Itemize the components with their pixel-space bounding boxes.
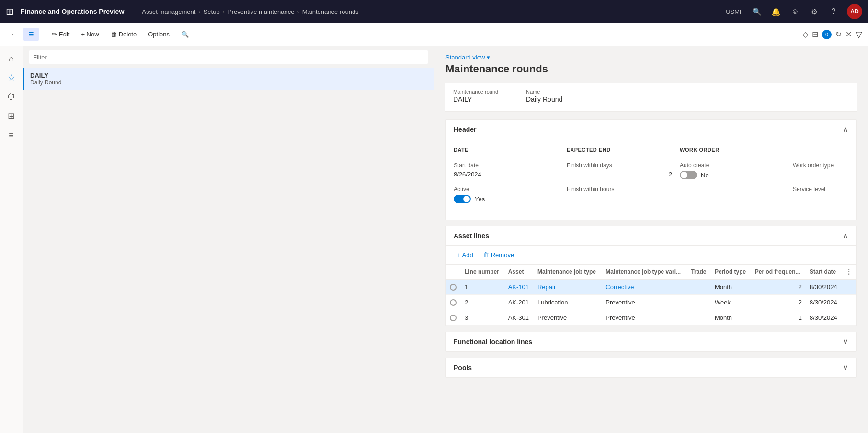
delete-button[interactable]: 🗑 Delete bbox=[106, 28, 142, 41]
recent-icon[interactable]: ⏱ bbox=[3, 88, 20, 105]
col-variation[interactable]: Maintenance job type vari... bbox=[602, 265, 687, 280]
workspace-icon[interactable]: ⊞ bbox=[3, 107, 20, 125]
new-button[interactable]: + New bbox=[76, 28, 103, 41]
toolbar-search-button[interactable]: 🔍 bbox=[176, 28, 194, 41]
toolbar-right: ◇ ⊟ 0 ↻ ✕ ▽ bbox=[802, 29, 862, 40]
row-radio-1[interactable] bbox=[450, 299, 457, 306]
remove-button[interactable]: 🗑 Remove bbox=[480, 249, 517, 260]
diamond-icon[interactable]: ◇ bbox=[802, 30, 808, 39]
work-order-type-label: Work order type bbox=[793, 162, 868, 169]
finish-hours-value[interactable] bbox=[567, 195, 672, 197]
finish-days-value[interactable]: 2 bbox=[567, 171, 672, 180]
row-job-type[interactable]: Repair bbox=[534, 280, 602, 295]
header-section: Header ∧ DATE Start date 8/26/2024 Activ… bbox=[445, 119, 857, 220]
asset-lines-section-header[interactable]: Asset lines ∧ bbox=[446, 226, 856, 246]
collapse-header-icon[interactable]: ∧ bbox=[843, 125, 848, 134]
columns-icon[interactable]: ⊟ bbox=[812, 30, 818, 39]
table-row[interactable]: 2 AK-201 Lubrication Preventive Week 2 8… bbox=[446, 295, 856, 310]
home-icon[interactable]: ⌂ bbox=[3, 50, 20, 67]
breadcrumb-setup[interactable]: Setup bbox=[204, 8, 220, 15]
col-trade[interactable]: Trade bbox=[687, 265, 711, 280]
row-asset[interactable]: AK-301 bbox=[504, 310, 534, 326]
row-radio-2[interactable] bbox=[450, 315, 457, 321]
service-level-value[interactable] bbox=[793, 195, 868, 204]
col-period-type[interactable]: Period type bbox=[711, 265, 751, 280]
maintenance-round-value[interactable]: DAILY bbox=[453, 95, 511, 105]
col-period-freq[interactable]: Period frequen... bbox=[751, 265, 806, 280]
row-line-number: 3 bbox=[461, 310, 504, 326]
table-row[interactable]: 3 AK-301 Preventive Preventive Month 1 8… bbox=[446, 310, 856, 326]
sidebar-icons: ⌂ ☆ ⏱ ⊞ ≡ bbox=[0, 46, 23, 433]
edit-label: Edit bbox=[59, 31, 69, 38]
name-value[interactable]: Daily Round bbox=[526, 95, 583, 105]
row-trade bbox=[687, 295, 711, 310]
modules-icon[interactable]: ≡ bbox=[3, 127, 20, 144]
auto-create-toggle-thumb bbox=[681, 172, 687, 178]
col-job-type[interactable]: Maintenance job type bbox=[534, 265, 602, 280]
pools-section-header[interactable]: Pools ∨ bbox=[446, 358, 856, 377]
asset-table: Line number Asset Maintenance job type M… bbox=[446, 265, 856, 326]
bell-icon[interactable]: 🔔 bbox=[770, 6, 782, 17]
refresh-icon[interactable]: ↻ bbox=[835, 30, 842, 39]
gear-icon[interactable]: ⚙ bbox=[809, 6, 820, 17]
work-order-type-column: Work order type Service level bbox=[793, 147, 868, 212]
new-label: + New bbox=[81, 31, 99, 38]
header-section-header[interactable]: Header ∧ bbox=[446, 120, 856, 139]
table-row[interactable]: 1 AK-101 Repair Corrective Month 2 8/30/… bbox=[446, 280, 856, 295]
row-radio-0[interactable] bbox=[450, 284, 457, 291]
add-icon: + bbox=[457, 251, 460, 258]
row-variation[interactable]: Corrective bbox=[602, 280, 687, 295]
collapse-asset-lines-icon[interactable]: ∧ bbox=[843, 231, 848, 240]
auto-create-toggle-container: No bbox=[680, 171, 785, 179]
active-toggle[interactable] bbox=[454, 195, 471, 203]
expand-functional-icon[interactable]: ∨ bbox=[843, 337, 848, 346]
asset-lines-toolbar: + Add 🗑 Remove bbox=[446, 246, 856, 265]
col-start-date[interactable]: Start date bbox=[806, 265, 842, 280]
expand-pools-icon[interactable]: ∨ bbox=[843, 363, 848, 372]
col-line-number[interactable]: Line number bbox=[461, 265, 504, 280]
finish-days-label: Finish within days bbox=[567, 162, 672, 169]
toolbar-search-icon: 🔍 bbox=[181, 31, 189, 38]
row-variation[interactable]: Preventive bbox=[602, 310, 687, 326]
breadcrumb-maintenance-rounds[interactable]: Maintenance rounds bbox=[302, 8, 359, 15]
item-name: Daily Round bbox=[30, 79, 428, 86]
search-icon[interactable]: 🔍 bbox=[751, 6, 763, 17]
start-date-value[interactable]: 8/26/2024 bbox=[454, 171, 559, 180]
auto-create-toggle[interactable] bbox=[680, 171, 697, 179]
view-selector[interactable]: Standard view ▾ bbox=[445, 54, 857, 61]
row-variation[interactable]: Preventive bbox=[602, 295, 687, 310]
breadcrumb-asset-management[interactable]: Asset management bbox=[142, 8, 195, 15]
star-icon[interactable]: ☆ bbox=[3, 69, 20, 86]
options-button[interactable]: Options bbox=[143, 28, 174, 41]
service-level-field: Service level bbox=[793, 186, 868, 204]
notification-badge: 0 bbox=[822, 30, 832, 39]
functional-location-header[interactable]: Functional location lines ∨ bbox=[446, 332, 856, 351]
breadcrumb: Asset management › Setup › Preventive ma… bbox=[142, 8, 722, 15]
filter-input[interactable] bbox=[29, 50, 428, 64]
auto-create-field: Auto create No bbox=[680, 162, 785, 179]
help-icon[interactable]: ? bbox=[828, 6, 839, 17]
row-start-date: 8/30/2024 bbox=[806, 310, 842, 326]
app-grid-icon[interactable]: ⊞ bbox=[6, 6, 14, 17]
avatar[interactable]: AD bbox=[847, 4, 862, 19]
row-asset[interactable]: AK-201 bbox=[504, 295, 534, 310]
work-order-type-value[interactable] bbox=[793, 171, 868, 180]
close-icon[interactable]: ✕ bbox=[845, 30, 852, 39]
edit-button[interactable]: ✏ Edit bbox=[47, 28, 74, 41]
asset-table-container: Line number Asset Maintenance job type M… bbox=[446, 265, 856, 326]
list-item[interactable]: DAILY Daily Round bbox=[23, 68, 434, 90]
work-order-title: WORK ORDER bbox=[680, 147, 785, 152]
breadcrumb-preventive-maintenance[interactable]: Preventive maintenance bbox=[228, 8, 294, 15]
row-more bbox=[842, 295, 856, 310]
face-icon[interactable]: ☺ bbox=[789, 6, 801, 17]
filter-icon[interactable]: ▽ bbox=[856, 29, 862, 40]
row-job-type[interactable]: Lubrication bbox=[534, 295, 602, 310]
back-button[interactable]: ← bbox=[6, 28, 22, 41]
list-view-button[interactable]: ☰ bbox=[23, 28, 39, 41]
row-trade bbox=[687, 280, 711, 295]
add-button[interactable]: + Add bbox=[454, 249, 476, 260]
row-asset[interactable]: AK-101 bbox=[504, 280, 534, 295]
col-asset[interactable]: Asset bbox=[504, 265, 534, 280]
row-job-type[interactable]: Preventive bbox=[534, 310, 602, 326]
toggle-thumb bbox=[463, 196, 470, 202]
